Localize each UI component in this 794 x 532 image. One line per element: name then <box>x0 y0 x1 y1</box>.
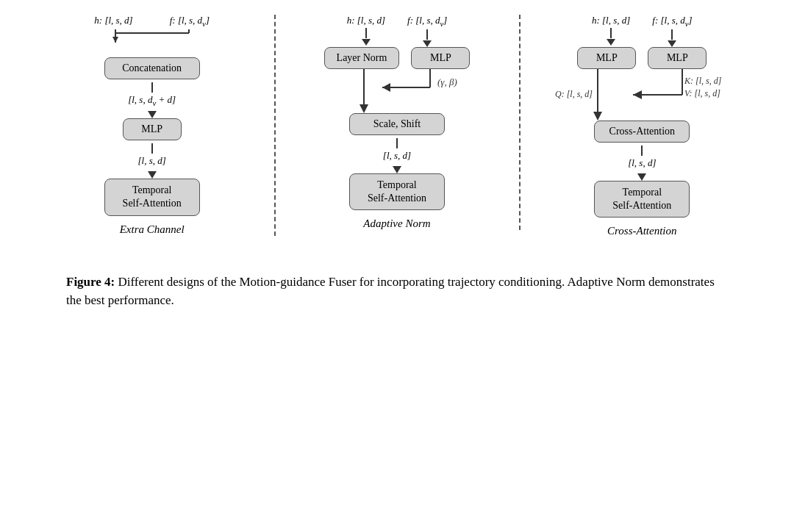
temporal-attn-node-2: TemporalSelf-Attention <box>349 173 445 210</box>
svg-marker-20 <box>393 166 401 173</box>
figure-caption: Figure 4: Different designs of the Motio… <box>51 273 743 310</box>
svg-marker-30 <box>633 90 642 99</box>
label-cross-out: [l, s, d] <box>628 157 656 169</box>
cross-attention-node: Cross-Attention <box>594 121 690 143</box>
section-label-1: Extra Channel <box>120 223 185 236</box>
svg-marker-34 <box>637 173 646 181</box>
arrowhead-svg <box>147 108 157 118</box>
label-concat-out: [l, s, dv + d] <box>128 94 176 107</box>
h-label-3: h: [l, s, d] <box>592 15 630 26</box>
f-label-3: f: [l, s, dv] <box>652 15 692 28</box>
svg-marker-14 <box>360 104 368 113</box>
layer-norm-node: Layer Norm <box>324 47 400 69</box>
mlp-node-1: MLP <box>123 118 182 140</box>
svg-text:K: [l, s, d]: K: [l, s, d] <box>684 76 722 86</box>
label-mlp-out-1: [l, s, d] <box>138 155 166 167</box>
svg-marker-10 <box>362 39 371 46</box>
section-extra-channel: h: [l, s, d] f: [l, s, dv] <box>42 15 262 236</box>
svg-marker-8 <box>148 171 157 179</box>
figure-number: Figure 4: <box>66 275 115 289</box>
mlp-node-3b: MLP <box>648 47 707 69</box>
svg-text:(γ, β): (γ, β) <box>437 76 457 87</box>
section-label-3: Cross-Attention <box>607 225 676 237</box>
top-nodes-row-2: Layer Norm MLP <box>324 47 471 69</box>
temporal-attn-node-3: TemporalSelf-Attention <box>594 181 690 218</box>
svg-marker-17 <box>382 83 390 92</box>
svg-marker-6 <box>148 111 157 118</box>
svg-marker-22 <box>607 39 615 46</box>
arrow-svg <box>151 82 153 93</box>
section-label-2: Adaptive Norm <box>363 218 430 230</box>
svg-marker-24 <box>668 40 676 47</box>
mlp-node-2: MLP <box>411 47 470 69</box>
top-nodes-row-3: MLP MLP <box>577 47 707 69</box>
arrow-svg-2 <box>151 143 153 154</box>
bracket-svg-1 <box>86 29 218 57</box>
arrowhead-svg-2 <box>147 168 157 179</box>
svg-marker-4 <box>112 37 118 43</box>
svg-marker-26 <box>593 112 602 121</box>
section-adaptive-norm: h: [l, s, d] f: [l, s, dv] Layer Norm ML… <box>287 15 507 230</box>
caption-text: Different designs of the Motion-guidance… <box>66 275 715 308</box>
f-label-1: f: [l, s, dv] <box>170 15 210 28</box>
svg-marker-12 <box>423 40 432 47</box>
scale-shift-node: Scale, Shift <box>349 113 445 135</box>
arrow-svg-cross: Q: [l, s, d] K: [l, s, d] V: [l, s, d] <box>554 69 730 121</box>
diagrams-row: h: [l, s, d] f: [l, s, dv] <box>29 15 765 237</box>
temporal-attn-node-1: TemporalSelf-Attention <box>104 179 200 215</box>
arrow-svg-adaptive: (γ, β) <box>323 69 471 113</box>
h-label-2: h: [l, s, d] <box>347 15 385 26</box>
concatenation-node: Concatenation <box>104 57 200 79</box>
svg-text:Q: [l, s, d]: Q: [l, s, d] <box>555 89 593 99</box>
h-label-1: h: [l, s, d] <box>94 15 132 26</box>
f-label-2: f: [l, s, dv] <box>407 15 447 28</box>
label-scale-out: [l, s, d] <box>383 150 411 162</box>
section-cross-attention: h: [l, s, d] f: [l, s, dv] MLP MLP <box>532 15 752 237</box>
svg-text:V: [l, s, d]: V: [l, s, d] <box>684 88 720 98</box>
mlp-node-3a: MLP <box>577 47 636 69</box>
